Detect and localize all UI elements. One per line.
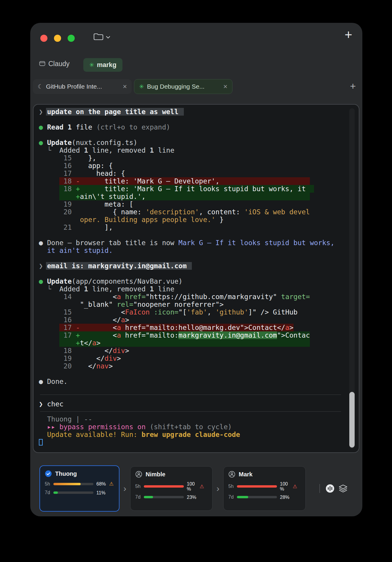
diff-added-highlight: +t</a>: [59, 339, 310, 347]
terminal-line: [39, 438, 346, 446]
agent-usage-row-7d: 7d28%: [228, 494, 301, 500]
usage-percent-value: 68%: [96, 481, 109, 486]
session-badge-label: markg: [97, 61, 117, 69]
diff-removed: 18 - title: 'Mark G — Developer',: [39, 177, 346, 185]
agent-usage-row-5h: 5h68%⚠: [45, 481, 114, 487]
usage-progress-fill: [53, 483, 81, 485]
update-call: ● Update(nuxt.config.ts): [39, 139, 346, 146]
window-icon: [39, 60, 45, 68]
usage-period-label: 5h: [228, 484, 236, 489]
usage-progress-fill: [144, 496, 153, 498]
folder-icon: [93, 33, 103, 42]
add-tab-button[interactable]: +: [350, 81, 356, 91]
sparkle-icon: ✳: [89, 61, 94, 68]
usage-progress-fill: [237, 496, 248, 498]
usage-percent-value: 100 %: [187, 481, 199, 491]
warning-icon: ⚠: [109, 481, 114, 487]
agent-usage-row-5h: 5h100 %⚠: [228, 481, 301, 491]
layers-icon[interactable]: [338, 484, 348, 493]
activity-levels-button[interactable]: [325, 484, 335, 493]
diff-removed-highlight: 17 - <a href="mailto:hello@markg.dev">Co…: [59, 324, 293, 331]
status-line: Update available! Run: brew upgrade clau…: [39, 431, 346, 438]
close-tab-icon[interactable]: ×: [223, 82, 227, 91]
terminal-line: [39, 131, 346, 139]
usage-progress-track: [144, 485, 184, 488]
traffic-lights: [40, 35, 75, 42]
status-line: Thuong | --: [39, 415, 346, 423]
usage-period-label: 5h: [45, 481, 53, 487]
usage-percent-value: 100 %: [280, 481, 292, 491]
diff-added: +t</a>: [39, 339, 346, 347]
agent-usage-row-7d: 7d23%: [135, 494, 208, 500]
terminal-output: ❯ update on the page title as well ● Rea…: [39, 108, 346, 446]
selected-check-icon: [45, 470, 52, 477]
agent-separator-chevron: ›: [216, 483, 219, 494]
minimize-window-button[interactable]: [54, 35, 61, 42]
window-group-menu[interactable]: [93, 33, 110, 42]
scrollbar-thumb[interactable]: [349, 392, 355, 448]
terminal-line: [39, 231, 346, 239]
agent-card-mark[interactable]: Mark5h100 %⚠7d28%: [223, 466, 306, 511]
new-window-button[interactable]: +: [345, 28, 352, 41]
terminal-line: [39, 254, 346, 262]
code-line: 16 </a>: [39, 316, 346, 324]
terminal-divider: [40, 411, 341, 412]
usage-progress-fill: [144, 485, 184, 488]
terminal-line: [39, 370, 346, 378]
session-folder[interactable]: Claudy: [39, 60, 70, 68]
user-prompt: ❯ update on the page title as well: [39, 108, 346, 116]
usage-progress-track: [237, 496, 277, 498]
update-summary: └ Added 1 line, removed 1 line: [39, 146, 346, 154]
terminal-panel[interactable]: ❯ update on the page title as well ● Rea…: [33, 104, 359, 453]
code-line: 14 <a href="https://github.com/markgravi…: [39, 293, 346, 301]
diff-added: 17 + <a href="mailto:markgravity.in@gmai…: [39, 331, 346, 339]
update-summary: └ Added 1 line, removed 1 line: [39, 285, 346, 293]
zoom-window-button[interactable]: [68, 35, 75, 42]
done-status: it ain't stupid.: [39, 247, 346, 254]
usage-period-label: 5h: [135, 484, 143, 489]
terminal-cursor: [39, 439, 43, 446]
update-call: ● Update(app/components/NavBar.vue): [39, 277, 346, 285]
code-line: 19 meta: [: [39, 200, 346, 208]
diff-added-highlight: 18 + title: 'Mark G — If it looks stupid…: [59, 185, 314, 193]
agent-name: Mark: [239, 471, 253, 478]
tab-github-profile[interactable]: ☾ GitHub Profile Inte... ×: [33, 79, 132, 94]
warning-icon: ⚠: [200, 483, 204, 490]
usage-percent-value: 11%: [96, 490, 109, 495]
chevron-down-icon: [106, 35, 110, 40]
tab-label: Bug Debugging Se...: [147, 83, 205, 90]
code-line: 20 </nav>: [39, 362, 346, 370]
code-line: 16 app: {: [39, 162, 346, 170]
read-status: ● Read 1 file (ctrl+o to expand): [39, 123, 346, 131]
tab-bug-debugging[interactable]: ✳ Bug Debugging Se... ×: [134, 79, 232, 94]
usage-progress-track: [53, 491, 93, 494]
usage-period-label: 7d: [135, 494, 143, 500]
agent-card-nimble[interactable]: Nimble5h100 %⚠7d23%: [130, 466, 213, 511]
terminal-line: [39, 270, 346, 277]
terminal-divider: [40, 395, 341, 395]
diff-removed-highlight: 18 - title: 'Mark G — Developer',: [59, 177, 310, 185]
close-tab-icon[interactable]: ×: [123, 82, 127, 91]
code-line: 17 head: {: [39, 170, 346, 177]
moon-icon: ☾: [38, 83, 43, 90]
done-status: ● Done — browser tab title is now Mark G…: [39, 239, 346, 247]
code-line: 21 ],: [39, 223, 346, 231]
agent-name: Thuong: [55, 470, 77, 477]
session-badge-markg[interactable]: ✳ markg: [83, 58, 122, 72]
spinner-sparkle-icon: ✳: [139, 83, 144, 90]
agent-card-thuong[interactable]: Thuong5h68%⚠7d11%: [39, 465, 119, 512]
user-prompt: ❯ email is: markgravity.in@gmail.com: [39, 262, 346, 270]
code-line: oper. Building apps people love.' }: [39, 216, 346, 223]
usage-percent-value: 23%: [187, 495, 199, 500]
agent-name: Nimble: [146, 471, 165, 478]
tab-label: GitHub Profile Inte...: [46, 83, 102, 90]
code-line: 15 },: [39, 154, 346, 162]
usage-period-label: 7d: [45, 490, 53, 495]
input-line: ❯ chec: [39, 400, 346, 408]
close-window-button[interactable]: [40, 35, 47, 42]
agent-usage-row-5h: 5h100 %⚠: [135, 481, 208, 491]
agents-bar: Thuong5h68%⚠7d11%›Nimble5h100 %⚠7d23%›Ma…: [39, 465, 357, 512]
usage-progress-track: [237, 485, 277, 488]
terminal-line: [39, 116, 346, 123]
diff-added: 18 + title: 'Mark G — If it looks stupid…: [39, 185, 346, 193]
